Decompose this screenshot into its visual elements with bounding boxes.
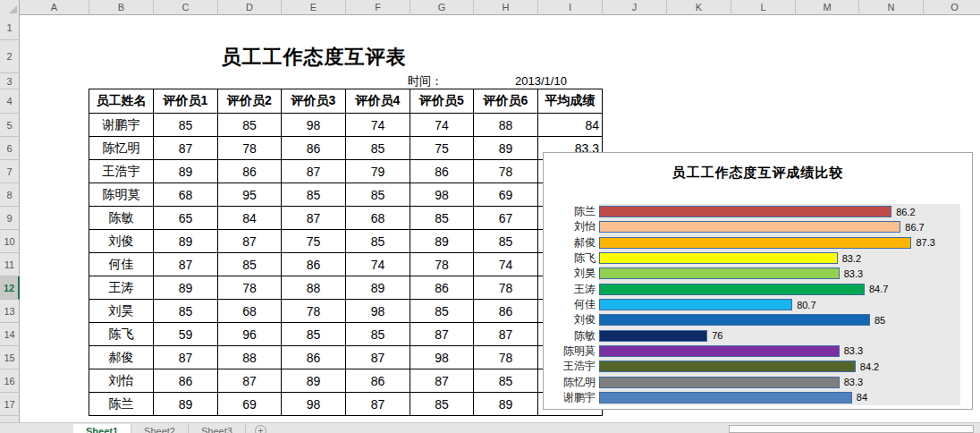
score-cell[interactable]: 87 [218, 230, 282, 253]
score-cell[interactable]: 85 [282, 323, 346, 346]
score-cell[interactable]: 87 [346, 346, 410, 369]
score-cell[interactable]: 68 [218, 300, 282, 323]
score-cell[interactable]: 85 [410, 207, 474, 230]
score-cell[interactable]: 86 [282, 137, 346, 160]
column-header-L[interactable]: L [731, 0, 796, 15]
score-cell[interactable]: 98 [410, 183, 474, 207]
employee-name-cell[interactable]: 何佳 [89, 253, 154, 276]
score-cell[interactable]: 98 [346, 300, 410, 323]
row-header-5[interactable]: 5 [0, 114, 20, 137]
score-cell[interactable]: 89 [282, 369, 346, 393]
bar-chart[interactable]: 员工工作态度互评成绩比较 陈兰刘怡郝俊陈飞刘昊王涛何佳刘俊陈敏陈明莫王浩宇陈忆明… [543, 152, 973, 410]
score-cell[interactable]: 86 [346, 369, 410, 393]
score-cell[interactable]: 86 [282, 346, 346, 369]
row-header-15[interactable]: 15 [0, 346, 20, 369]
score-cell[interactable]: 89 [346, 276, 410, 300]
column-header-I[interactable]: I [538, 0, 603, 15]
score-cell[interactable]: 88 [218, 346, 282, 369]
employee-name-cell[interactable]: 王浩宇 [89, 160, 154, 183]
score-cell[interactable]: 85 [346, 183, 410, 207]
chart-bar[interactable] [599, 267, 840, 279]
score-cell[interactable]: 87 [282, 207, 346, 230]
score-cell[interactable]: 78 [474, 346, 538, 369]
score-cell[interactable]: 88 [474, 114, 538, 137]
employee-name-cell[interactable]: 陈飞 [89, 323, 154, 346]
column-header-F[interactable]: F [346, 0, 410, 15]
score-cell[interactable]: 87 [282, 160, 346, 183]
score-cell[interactable]: 84 [218, 207, 282, 230]
score-cell[interactable]: 89 [154, 230, 218, 253]
score-cell[interactable]: 75 [282, 230, 346, 253]
column-header-D[interactable]: D [218, 0, 282, 15]
score-cell[interactable]: 75 [410, 137, 474, 160]
table-header-cell[interactable]: 评价员6 [474, 89, 538, 114]
score-cell[interactable]: 79 [346, 160, 410, 183]
table-header-cell[interactable]: 员工姓名 [89, 89, 154, 114]
employee-name-cell[interactable]: 刘怡 [89, 369, 154, 393]
score-cell[interactable]: 59 [154, 323, 218, 346]
row-header-2[interactable]: 2 [0, 40, 20, 73]
score-cell[interactable]: 74 [474, 253, 538, 276]
score-cell[interactable]: 98 [410, 346, 474, 369]
score-cell[interactable]: 74 [410, 114, 474, 137]
chart-bar[interactable] [599, 392, 852, 403]
score-cell[interactable]: 85 [474, 369, 538, 393]
column-header-J[interactable]: J [603, 0, 667, 15]
row-header-7[interactable]: 7 [0, 160, 20, 183]
sheet-tab-sheet2[interactable]: Sheet2 [131, 424, 189, 433]
score-cell[interactable]: 87 [154, 253, 218, 276]
row-header-3[interactable]: 3 [0, 73, 20, 89]
score-cell[interactable]: 68 [154, 183, 218, 207]
row-header-11[interactable]: 11 [0, 253, 20, 276]
score-cell[interactable]: 89 [154, 276, 218, 300]
score-cell[interactable]: 86 [154, 369, 218, 393]
sheet-tab-sheet1[interactable]: Sheet1 [73, 424, 131, 433]
score-cell[interactable]: 74 [346, 253, 410, 276]
column-header-C[interactable]: C [154, 0, 218, 15]
score-cell[interactable]: 85 [410, 300, 474, 323]
column-header-N[interactable]: N [859, 0, 924, 15]
row-header-12[interactable]: 12 [0, 276, 20, 300]
score-cell[interactable]: 87 [346, 393, 410, 416]
table-header-cell[interactable]: 评价员2 [218, 89, 282, 114]
score-cell[interactable]: 85 [218, 114, 282, 137]
table-header-cell[interactable]: 评价员4 [346, 89, 410, 114]
employee-name-cell[interactable]: 刘俊 [89, 230, 154, 253]
chart-bar[interactable] [599, 252, 838, 264]
score-cell[interactable]: 85 [154, 114, 218, 137]
score-cell[interactable]: 86 [474, 300, 538, 323]
score-cell[interactable]: 87 [410, 323, 474, 346]
score-cell[interactable]: 98 [282, 393, 346, 416]
employee-name-cell[interactable]: 陈明莫 [89, 183, 154, 207]
chart-bar[interactable] [599, 237, 911, 249]
score-cell[interactable]: 78 [218, 276, 282, 300]
score-cell[interactable]: 87 [474, 323, 538, 346]
score-cell[interactable]: 78 [474, 276, 538, 300]
row-header-18-partial[interactable] [0, 416, 20, 422]
score-cell[interactable]: 78 [410, 253, 474, 276]
score-cell[interactable]: 74 [346, 114, 410, 137]
score-cell[interactable]: 96 [218, 323, 282, 346]
score-cell[interactable]: 87 [218, 369, 282, 393]
employee-name-cell[interactable]: 王涛 [89, 276, 154, 300]
score-cell[interactable]: 69 [218, 393, 282, 416]
row-header-13[interactable]: 13 [0, 300, 20, 323]
table-header-cell[interactable]: 评价员1 [154, 89, 218, 114]
row-header-14[interactable]: 14 [0, 323, 20, 346]
employee-name-cell[interactable]: 陈敏 [89, 207, 154, 230]
score-cell[interactable]: 78 [282, 300, 346, 323]
row-header-6[interactable]: 6 [0, 137, 20, 160]
add-sheet-icon[interactable]: + [255, 425, 266, 433]
chart-bar[interactable] [599, 314, 870, 326]
score-cell[interactable]: 85 [282, 183, 346, 207]
employee-name-cell[interactable]: 谢鹏宇 [89, 114, 154, 137]
score-cell[interactable]: 86 [218, 160, 282, 183]
average-cell[interactable]: 84 [538, 114, 603, 137]
chart-bar[interactable] [599, 377, 840, 388]
chart-bar[interactable] [599, 345, 840, 357]
score-cell[interactable]: 87 [154, 346, 218, 369]
score-cell[interactable]: 67 [474, 207, 538, 230]
row-header-4[interactable]: 4 [0, 89, 20, 114]
chart-bar[interactable] [599, 221, 900, 233]
column-header-O[interactable]: O [924, 0, 980, 15]
